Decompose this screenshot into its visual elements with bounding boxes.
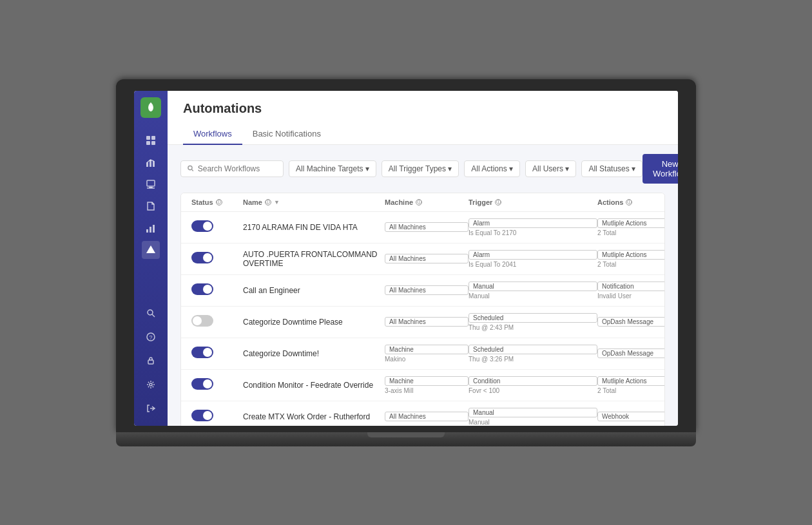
machine-cell-7: All Machines xyxy=(385,412,469,421)
sidebar-item-machines[interactable] xyxy=(142,175,160,193)
search-icon xyxy=(188,165,194,172)
status-info-icon: ⓘ xyxy=(216,199,222,205)
workflow-name-2: AUTO .PUERTA FRONTALCOMMAND OVERTIME xyxy=(243,250,385,268)
sidebar-item-files[interactable] xyxy=(142,197,160,215)
workflow-name-1: 2170 ALRAMA FIN DE VIDA HTA xyxy=(243,223,385,232)
action-detail-6: 2 Total xyxy=(597,387,665,394)
svg-text:?: ? xyxy=(150,334,153,341)
main-content: Automations Workflows Basic Notification… xyxy=(168,91,678,426)
page-header: Automations Workflows Basic Notification… xyxy=(168,91,678,145)
laptop-container: ? xyxy=(116,79,696,446)
svg-point-15 xyxy=(148,310,153,315)
tab-basic-notifications[interactable]: Basic Notifications xyxy=(242,124,331,145)
svg-rect-2 xyxy=(151,136,155,140)
col-actions: Actions ⓘ xyxy=(597,198,665,206)
trigger-badge-6: Condition xyxy=(469,376,597,386)
name-sort-icon[interactable]: ▼ xyxy=(274,199,280,205)
action-badge-5: OpDash Message xyxy=(597,348,665,358)
machine-cell-1: All Machines xyxy=(385,222,469,232)
svg-point-20 xyxy=(150,383,152,386)
svg-rect-1 xyxy=(146,136,150,140)
sidebar-item-automations[interactable] xyxy=(142,241,160,259)
workflow-name-4: Categorize Downtime Please xyxy=(243,318,385,327)
sidebar-item-search[interactable] xyxy=(142,304,160,322)
sidebar-item-settings[interactable] xyxy=(142,376,160,394)
tab-workflows[interactable]: Workflows xyxy=(183,124,242,145)
filter-trigger-types[interactable]: All Trigger Types ▾ xyxy=(382,160,459,177)
laptop-base xyxy=(116,432,696,446)
status-toggle-6[interactable] xyxy=(191,378,243,392)
svg-point-0 xyxy=(150,106,152,109)
status-toggle-1[interactable] xyxy=(191,220,243,234)
workflow-name-5: Categorize Downtime! xyxy=(243,349,385,358)
col-trigger: Trigger ⓘ xyxy=(469,198,597,206)
search-box[interactable] xyxy=(180,160,284,177)
trigger-cell-6: Condition Fovr < 100 xyxy=(469,376,597,394)
sidebar: ? xyxy=(134,91,168,426)
sidebar-item-dashboard[interactable] xyxy=(142,131,160,149)
svg-rect-19 xyxy=(148,360,153,364)
actions-cell-6: Mutliple Actions 2 Total xyxy=(597,376,665,394)
name-info-icon: ⓘ xyxy=(265,199,271,205)
workflow-name-7: Create MTX Work Order - Rutherford xyxy=(243,412,385,421)
sidebar-item-reports[interactable] xyxy=(142,219,160,237)
svg-rect-3 xyxy=(146,141,150,145)
sidebar-bottom-icons: ? xyxy=(142,302,160,419)
machine-badge-4: All Machines xyxy=(385,317,469,327)
svg-line-16 xyxy=(152,314,155,317)
status-toggle-4[interactable] xyxy=(191,315,243,329)
table-row: 2170 ALRAMA FIN DE VIDA HTA All Machines… xyxy=(181,212,664,243)
trigger-detail-3: Manual xyxy=(469,292,597,300)
search-input[interactable] xyxy=(198,164,276,173)
filter-machine-targets[interactable]: All Machine Targets ▾ xyxy=(289,160,376,177)
table-row: AUTO .PUERTA FRONTALCOMMAND OVERTIME All… xyxy=(181,243,664,275)
machine-badge-2: All Machines xyxy=(385,254,469,263)
action-badge-4: OpDash Message xyxy=(597,317,665,327)
trigger-badge-3: Manual xyxy=(469,282,597,291)
machine-badge-3: All Machines xyxy=(385,285,469,295)
status-toggle-5[interactable] xyxy=(191,347,243,361)
trigger-badge-2: Alarm xyxy=(469,250,597,260)
filter-actions[interactable]: All Actions ▾ xyxy=(464,160,520,177)
trigger-cell-5: Scheduled Thu @ 3:26 PM xyxy=(469,345,597,363)
action-detail-3: Invalid User xyxy=(597,292,665,300)
trigger-badge-5: Scheduled xyxy=(469,345,597,354)
filters-container: All Machine Targets ▾ All Trigger Types … xyxy=(180,160,643,177)
sidebar-item-logout[interactable] xyxy=(142,399,160,417)
status-toggle-2[interactable] xyxy=(191,252,243,266)
new-workflow-button[interactable]: New Workflow xyxy=(643,154,678,184)
svg-rect-12 xyxy=(150,227,151,233)
action-badge-7: Webhook xyxy=(597,412,665,421)
page-title: Automations xyxy=(183,101,662,116)
workflow-name-3: Call an Engineer xyxy=(243,286,385,295)
actions-cell-4: OpDash Message xyxy=(597,317,665,327)
sidebar-item-analytics[interactable] xyxy=(142,153,160,171)
trigger-cell-7: Manual Manual xyxy=(469,408,597,426)
filter-users[interactable]: All Users ▾ xyxy=(525,160,576,177)
machine-badge-5: Machine xyxy=(385,345,469,354)
table-header: Status ⓘ Name ⓘ ▼ Machine ⓘ xyxy=(181,193,664,212)
trigger-cell-3: Manual Manual xyxy=(469,282,597,300)
laptop-screen: ? xyxy=(134,91,678,426)
sidebar-item-security[interactable] xyxy=(142,352,160,370)
trigger-cell-1: Alarm Is Equal To 2170 xyxy=(469,218,597,236)
status-toggle-7[interactable] xyxy=(191,410,243,424)
machine-info-icon: ⓘ xyxy=(416,199,422,205)
status-toggle-3[interactable] xyxy=(191,283,243,298)
actions-info-icon: ⓘ xyxy=(626,199,632,205)
trigger-info-icon: ⓘ xyxy=(495,199,501,205)
table-row: Categorize Downtime! Machine Makino Sche… xyxy=(181,338,664,370)
svg-rect-11 xyxy=(146,229,148,233)
workflow-name-6: Condition Monitor - Feedrate Override xyxy=(243,381,385,390)
machine-cell-2: All Machines xyxy=(385,254,469,263)
filter-statuses[interactable]: All Statuses ▾ xyxy=(581,160,643,177)
machine-detail-6: 3-axis Mill xyxy=(385,387,469,394)
trigger-cell-2: Alarm Is Equal To 2041 xyxy=(469,250,597,268)
actions-cell-2: Mutliple Actions 2 Total xyxy=(597,250,665,268)
table-row: Call an Engineer All Machines Manual Man… xyxy=(181,275,664,307)
trigger-detail-4: Thu @ 2:43 PM xyxy=(469,324,597,331)
sidebar-item-help[interactable]: ? xyxy=(142,328,160,346)
logo-icon[interactable] xyxy=(140,97,161,118)
trigger-detail-7: Manual xyxy=(469,419,597,426)
svg-marker-14 xyxy=(146,245,155,253)
